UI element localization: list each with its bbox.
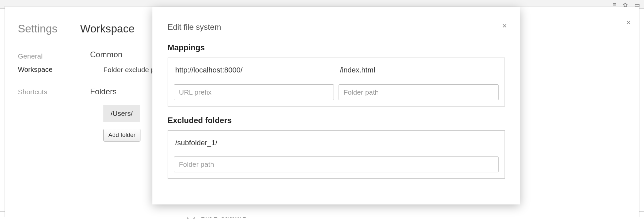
excluded-row[interactable]: /subfolder_1/ bbox=[174, 138, 499, 156]
drawer-icon[interactable]: ≡ bbox=[613, 1, 616, 9]
edit-filesystem-dialog: × Edit file system Mappings http://local… bbox=[152, 7, 520, 204]
dock-icon[interactable]: ▭ bbox=[634, 1, 640, 9]
settings-gear-icon[interactable]: ✿ bbox=[623, 1, 628, 9]
sidebar-item-general[interactable]: General bbox=[18, 50, 77, 63]
settings-sidebar: Settings General Workspace Shortcuts bbox=[5, 7, 77, 217]
settings-title: Settings bbox=[18, 22, 77, 35]
mappings-heading: Mappings bbox=[168, 43, 505, 52]
url-prefix-input[interactable] bbox=[174, 84, 334, 100]
mapping-row: http://localhost:8000/ /index.html bbox=[174, 65, 499, 75]
dialog-title: Edit file system bbox=[168, 22, 505, 32]
excluded-heading: Excluded folders bbox=[168, 116, 505, 125]
folder-entry[interactable]: /Users/ bbox=[103, 105, 140, 122]
excluded-panel: /subfolder_1/ bbox=[168, 130, 505, 179]
mapping-url[interactable]: http://localhost:8000/ bbox=[174, 65, 334, 75]
mappings-panel: http://localhost:8000/ /index.html bbox=[168, 58, 505, 107]
add-folder-button[interactable]: Add folder bbox=[103, 129, 140, 142]
mapping-input-row bbox=[174, 84, 499, 100]
sidebar-item-shortcuts[interactable]: Shortcuts bbox=[18, 85, 77, 99]
excluded-input-row bbox=[174, 156, 499, 172]
close-icon[interactable]: × bbox=[502, 22, 507, 30]
folder-path-input[interactable] bbox=[339, 84, 499, 100]
close-icon[interactable]: × bbox=[626, 19, 631, 26]
toolbar-right-icons: ≡ ✿ ▭ bbox=[613, 1, 640, 9]
sidebar-item-workspace[interactable]: Workspace bbox=[18, 63, 77, 76]
excluded-folder-input[interactable] bbox=[174, 156, 499, 172]
mapping-path[interactable]: /index.html bbox=[339, 65, 499, 75]
